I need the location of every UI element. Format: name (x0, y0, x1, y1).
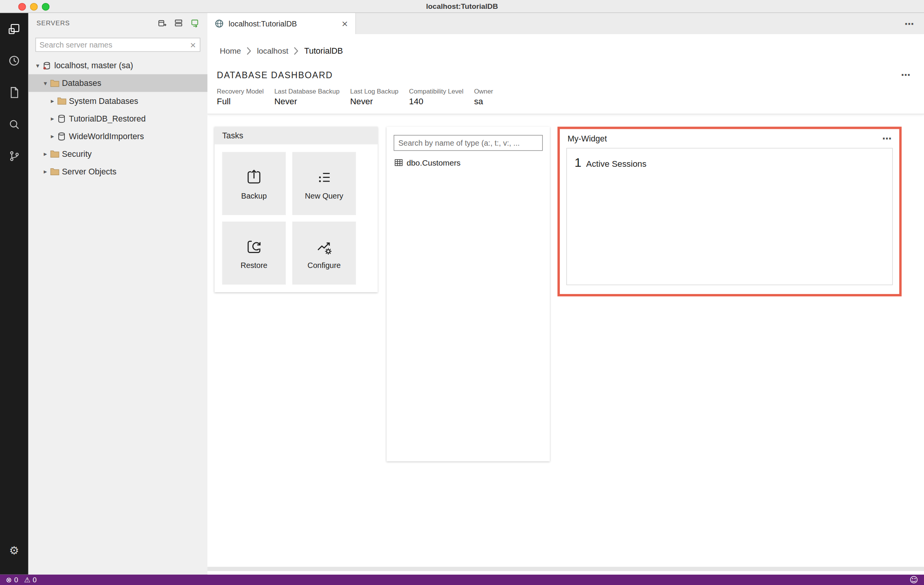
table-icon (394, 158, 403, 167)
object-search-input[interactable] (398, 138, 538, 147)
database-properties: Recovery Model Full Last Database Backup… (217, 88, 924, 106)
error-icon: ⊗ (6, 576, 12, 584)
breadcrumb-tutorialdb[interactable]: TutorialDB (304, 46, 343, 56)
property-last-database-backup: Last Database Backup Never (274, 88, 339, 106)
task-label: Restore (240, 261, 267, 270)
error-count: 0 (14, 576, 18, 584)
active-connections-button[interactable] (190, 18, 201, 28)
feedback-smiley-icon[interactable]: ☺ (909, 575, 918, 585)
close-window-button[interactable] (18, 3, 26, 10)
tree-item-system-databases[interactable]: ▸ System Databases (28, 92, 208, 110)
chevron-right-icon[interactable]: ▸ (41, 168, 50, 175)
servers-sidebar: SERVERS (28, 13, 208, 575)
task-new-query-button[interactable]: New Query (292, 152, 356, 215)
tasks-widget-title: Tasks (222, 131, 243, 140)
task-restore-button[interactable]: Restore (222, 222, 285, 285)
property-recovery-model: Recovery Model Full (217, 88, 264, 106)
tree-item-server-objects[interactable]: ▸ Server Objects (28, 163, 208, 180)
dashboard-header-block: Home localhost TutorialDB DATABASE DASHB… (208, 34, 924, 114)
my-widget-body: 1 Active Sessions (566, 148, 893, 285)
tree-item-label: localhost, master (sa) (54, 61, 133, 70)
backup-icon (244, 167, 264, 187)
folder-icon (50, 168, 62, 176)
editor-actions: ⋯ (904, 13, 924, 34)
task-history-activity-button[interactable] (0, 45, 28, 77)
chevron-down-icon[interactable]: ▾ (33, 62, 43, 69)
server-search-input[interactable] (40, 40, 188, 49)
active-sessions-label: Active Sessions (586, 159, 647, 169)
minimize-window-button[interactable] (30, 3, 38, 10)
tree-item-databases[interactable]: ▾ Databases (28, 74, 208, 92)
my-widget-title: My-Widget (568, 134, 607, 143)
tree-item-security[interactable]: ▸ Security (28, 145, 208, 163)
object-item-label: dbo.Customers (407, 158, 461, 167)
property-value: Never (350, 97, 398, 106)
my-widget-header: My-Widget ⋯ (560, 129, 899, 148)
active-connections-icon (190, 18, 200, 28)
problems-errors[interactable]: ⊗ 0 (6, 576, 18, 584)
editor-tab[interactable]: localhost:TutorialDB × (208, 13, 356, 34)
source-control-activity-button[interactable] (0, 140, 28, 172)
app-window: localhost:TutorialDB (0, 0, 924, 585)
connections-activity-button[interactable] (0, 13, 28, 45)
tree-item-label: TutorialDB_Restored (69, 114, 146, 124)
chevron-right-icon[interactable]: ▸ (48, 132, 57, 140)
my-widget-highlight: My-Widget ⋯ 1 Active Sessions (558, 127, 902, 296)
settings-gear-button[interactable]: ⚙ (0, 534, 28, 566)
editor-more-actions-icon[interactable]: ⋯ (904, 18, 914, 29)
database-icon (57, 114, 69, 123)
dashboard-title: DATABASE DASHBOARD (217, 70, 333, 80)
dashboard-title-row: DATABASE DASHBOARD ⋯ (217, 69, 911, 81)
object-item-dbo-customers[interactable]: dbo.Customers (386, 156, 550, 169)
new-server-group-button[interactable] (173, 18, 184, 28)
property-label: Last Database Backup (274, 88, 339, 95)
dashboard-more-actions-icon[interactable]: ⋯ (901, 69, 911, 81)
task-backup-button[interactable]: Backup (222, 152, 285, 215)
window-title: localhost:TutorialDB (426, 2, 498, 10)
explorer-widget: dbo.Customers (386, 127, 550, 461)
chevron-right-icon[interactable]: ▸ (48, 97, 57, 105)
chevron-down-icon[interactable]: ▾ (41, 79, 50, 87)
activity-bar: ⚙ (0, 13, 28, 575)
breadcrumb-home[interactable]: Home (220, 46, 241, 55)
chevron-right-icon[interactable]: ▸ (48, 115, 57, 122)
tasks-grid: Backup New Query (214, 145, 378, 292)
property-label: Compatibility Level (409, 88, 464, 95)
breadcrumb: Home localhost TutorialDB (220, 44, 924, 57)
my-widget: My-Widget ⋯ 1 Active Sessions (560, 129, 899, 285)
warning-icon: ⚠ (24, 576, 31, 584)
property-label: Owner (474, 88, 493, 95)
tab-close-icon[interactable]: × (340, 19, 349, 28)
tree-item-wideworldimporters[interactable]: ▸ WideWorldImporters (28, 127, 208, 145)
sidebar-header-actions (157, 18, 201, 28)
tree-item-label: Server Objects (62, 167, 116, 176)
active-sessions-count: 1 (575, 156, 582, 170)
task-label: New Query (305, 191, 343, 200)
tree-item-localhost[interactable]: ▾ localhost, master (sa) (28, 57, 208, 74)
problems-warnings[interactable]: ⚠ 0 (24, 576, 37, 584)
dashboard-tab-icon (214, 19, 224, 28)
property-value: Never (274, 97, 339, 106)
breadcrumb-localhost[interactable]: localhost (257, 46, 288, 55)
database-icon (57, 132, 69, 141)
workbench: ⚙ SERVERS (0, 13, 924, 575)
breadcrumb-chevron-icon (294, 46, 299, 55)
sidebar-header: SERVERS (28, 13, 208, 33)
servers-tree: ▾ localhost, master (sa) ▾ (28, 57, 208, 181)
task-label: Backup (241, 191, 267, 200)
tree-item-label: System Databases (69, 96, 139, 106)
property-compatibility-level: Compatibility Level 140 (409, 88, 464, 106)
server-icon (43, 61, 54, 70)
tab-title: localhost:TutorialDB (229, 19, 335, 28)
settings-gear-icon: ⚙ (9, 544, 19, 557)
chevron-right-icon[interactable]: ▸ (41, 150, 50, 158)
tree-item-tutorialdb-restored[interactable]: ▸ TutorialDB_Restored (28, 110, 208, 127)
file-activity-button[interactable] (0, 77, 28, 109)
search-activity-button[interactable] (0, 109, 28, 140)
task-configure-button[interactable]: Configure (292, 222, 356, 285)
zoom-window-button[interactable] (42, 3, 50, 10)
my-widget-more-actions-icon[interactable]: ⋯ (882, 133, 892, 144)
clear-search-icon[interactable]: × (188, 40, 196, 49)
new-connection-button[interactable] (157, 18, 168, 28)
horizontal-scrollbar[interactable] (208, 567, 924, 571)
